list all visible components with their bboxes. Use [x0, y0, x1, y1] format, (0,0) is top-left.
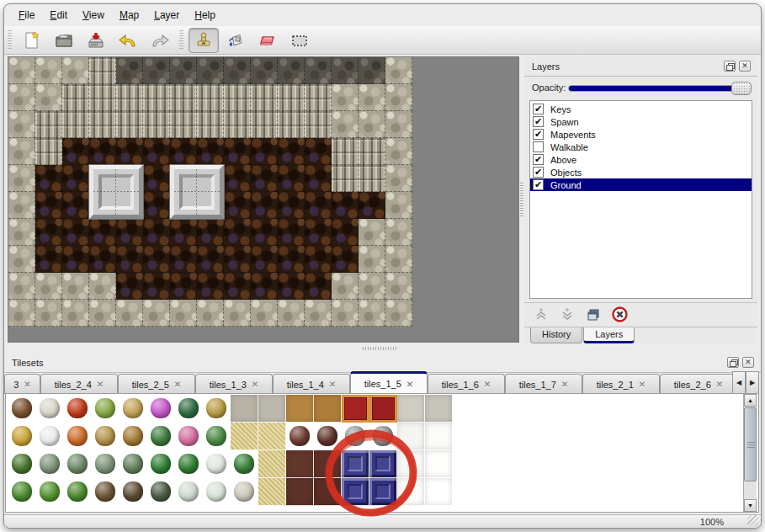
map-tile-brown-floor[interactable] [62, 219, 89, 246]
tileset-tile-palm-tree[interactable] [231, 450, 258, 478]
map-tile-light-rock[interactable] [89, 300, 116, 327]
map-tile-brown-floor[interactable] [278, 138, 305, 165]
map-tile-light-rock[interactable] [62, 300, 89, 327]
map-tile-light-rock[interactable] [332, 273, 359, 300]
tab-close-icon[interactable]: ✕ [639, 380, 645, 389]
map-tile-light-rock[interactable] [385, 138, 412, 165]
tileset-tile-orange-flowers[interactable] [64, 423, 92, 450]
map-tile-cliff-face[interactable] [89, 84, 116, 111]
layer-row-ground[interactable]: ✔Ground [530, 178, 752, 191]
map-tile-brown-floor[interactable] [278, 219, 305, 246]
map-tile-cliff-face[interactable] [332, 138, 359, 165]
tileset-tile-trunk[interactable] [120, 395, 147, 423]
map-tile-brown-floor[interactable] [251, 138, 278, 165]
fill-tool-button[interactable] [220, 28, 251, 53]
map-tile-cliff-face[interactable] [332, 165, 359, 192]
map-tile-brown-floor[interactable] [224, 273, 251, 300]
map-tile-brown-floor[interactable] [143, 138, 170, 165]
map-tile-cliff-face[interactable] [116, 84, 143, 111]
map-tile-light-rock[interactable] [8, 273, 35, 300]
map-tile-cliff-face[interactable] [197, 84, 224, 111]
map-tile-light-rock[interactable] [359, 219, 385, 246]
map-pedestal[interactable] [170, 165, 224, 219]
map-tile-light-rock[interactable] [62, 57, 89, 84]
tileset-tab-tiles_2_1[interactable]: tiles_2_1✕ [582, 374, 660, 394]
splitter-grip[interactable] [363, 347, 398, 350]
horizontal-splitter[interactable] [4, 343, 524, 353]
tileset-tile-hay-mound[interactable] [8, 423, 36, 450]
map-tile-brown-floor[interactable] [35, 192, 62, 219]
tilesets-dock-titlebar[interactable]: Tilesets ✕ [4, 353, 761, 373]
map-tile-brown-floor[interactable] [224, 246, 251, 273]
map-tile-brown-floor[interactable] [35, 165, 62, 192]
tileset-tile-white-blanket[interactable] [397, 450, 425, 478]
tileset-tab-tiles_2_4[interactable]: tiles_2_4✕ [40, 374, 118, 394]
tileset-tile-maroon-table[interactable] [314, 450, 342, 478]
map-tile-light-rock[interactable] [8, 219, 35, 246]
map-tile-brown-floor[interactable] [89, 219, 116, 246]
map-tile-light-rock[interactable] [35, 273, 62, 300]
map-tile-brown-floor[interactable] [116, 246, 143, 273]
map-tile-brown-floor[interactable] [332, 246, 359, 273]
map-tile-light-rock[interactable] [332, 300, 359, 327]
map-tile-light-rock[interactable] [8, 138, 35, 165]
tileset-tile-red-carpet[interactable] [369, 395, 397, 423]
tileset-tile-lily-pad[interactable] [203, 423, 231, 450]
lower-layer-button[interactable] [559, 306, 576, 323]
tileset-tile-shrub[interactable] [64, 450, 92, 478]
tileset-tile-stump[interactable] [92, 395, 120, 423]
menu-item-file[interactable]: File [11, 7, 42, 24]
splitter-grip[interactable] [520, 183, 523, 216]
map-tile-cliff-face[interactable] [143, 84, 170, 111]
map-tile-dark-rock-top[interactable] [251, 57, 278, 84]
tileset-tile-white-tree[interactable] [231, 478, 258, 506]
map-tile-dark-rock-top[interactable] [332, 57, 359, 84]
tileset-tile-dry-grass[interactable] [92, 423, 120, 450]
map-tile-brown-floor[interactable] [143, 219, 170, 246]
tileset-tile-cone-tree[interactable] [8, 478, 36, 506]
tileset-tile-white-cloth[interactable] [397, 423, 425, 450]
tileset-content[interactable]: ▲ ▼ [5, 393, 759, 513]
tileset-tile-red-flower[interactable] [64, 395, 92, 423]
map-tile-brown-floor[interactable] [35, 246, 62, 273]
opacity-slider[interactable] [568, 85, 751, 92]
tileset-tab-3[interactable]: 3✕ [4, 374, 40, 394]
tileset-tile-white-blanket[interactable] [397, 478, 425, 506]
tileset-tile-pink-flowers[interactable] [175, 423, 203, 450]
layer-row-keys[interactable]: ✔Keys [530, 103, 752, 115]
map-tile-cliff-face[interactable] [62, 84, 89, 111]
map-tile-brown-floor[interactable] [251, 219, 278, 246]
layer-row-walkable[interactable]: Walkable [530, 141, 752, 153]
menu-item-view[interactable]: View [75, 7, 112, 24]
tileset-tile-palm-tree[interactable] [175, 450, 203, 478]
tab-close-icon[interactable]: ✕ [97, 380, 104, 389]
map-tile-light-rock[interactable] [385, 57, 412, 84]
map-tile-light-rock[interactable] [385, 246, 412, 273]
map-tile-light-rock[interactable] [170, 300, 197, 327]
map-tile-cliff-face[interactable] [278, 111, 305, 138]
map-tile-brown-floor[interactable] [62, 165, 89, 192]
map-tile-cliff-face[interactable] [359, 138, 385, 165]
map-tile-light-rock[interactable] [385, 273, 412, 300]
close-dock-button[interactable]: ✕ [742, 357, 754, 368]
tileset-tile-lily-pad[interactable] [147, 423, 175, 450]
tileset-tile-blue-pedestal[interactable] [342, 450, 369, 478]
toolbar-drag-handle[interactable] [8, 30, 12, 51]
map-tile-cliff-face[interactable] [251, 84, 278, 111]
map-tile-cliff-face[interactable] [170, 84, 197, 111]
map-tile-brown-floor[interactable] [305, 138, 332, 165]
map-tile-brown-floor[interactable] [332, 192, 359, 219]
map-tile-brown-floor[interactable] [143, 165, 170, 192]
scroll-down-button[interactable]: ▼ [744, 499, 757, 512]
resize-grip[interactable] [747, 515, 759, 526]
tileset-tile-white-blanket[interactable] [425, 478, 453, 506]
menu-item-layer[interactable]: Layer [146, 7, 187, 24]
map-canvas[interactable] [8, 57, 412, 327]
map-tile-light-rock[interactable] [251, 300, 278, 327]
map-tile-brown-floor[interactable] [197, 273, 224, 300]
tileset-tile-wood-counter[interactable] [286, 395, 314, 423]
tileset-tile-stone-floor[interactable] [231, 395, 258, 423]
map-tile-brown-floor[interactable] [197, 219, 224, 246]
map-tile-brown-floor[interactable] [143, 273, 170, 300]
map-tile-brown-floor[interactable] [278, 165, 305, 192]
